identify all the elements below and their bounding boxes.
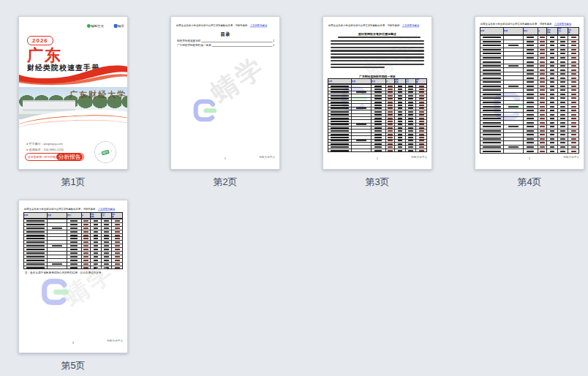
table-row <box>328 113 426 116</box>
table-row <box>480 59 578 64</box>
table-row <box>328 116 426 119</box>
table-row <box>328 126 426 129</box>
table-row <box>328 107 426 110</box>
doc-page-number: 3 <box>51 342 94 345</box>
table-row <box>24 255 122 258</box>
table-row <box>24 247 122 251</box>
table-row <box>480 88 578 92</box>
table-row <box>328 148 426 151</box>
table-row <box>328 123 426 126</box>
stamp-label: 蜻学 <box>101 149 109 155</box>
footer-brand: 蜻蜓升学平台 <box>259 155 275 159</box>
table-row <box>328 139 426 142</box>
table-row <box>480 145 578 149</box>
table-row <box>480 67 578 72</box>
table-row <box>480 72 578 76</box>
table-row <box>328 84 426 87</box>
globe-icon: ● <box>26 142 28 146</box>
table-row <box>328 119 426 122</box>
doc-header-link: 点击获取完整版 <box>98 208 116 211</box>
table-row <box>24 240 122 244</box>
cta-pill: 联系客服第一时间获取 分析报告 <box>25 153 84 161</box>
table-row <box>480 112 578 116</box>
table-row <box>480 132 578 137</box>
doc-page-number: 1 <box>355 158 399 161</box>
contact-phone: ● 咨询电话：156-9865-1234 <box>26 148 64 152</box>
table-row <box>24 226 122 230</box>
table-row <box>480 140 578 145</box>
brand-right-label: 蜻学 <box>118 23 124 28</box>
table-row <box>480 104 578 108</box>
table-row <box>480 96 578 100</box>
table-row <box>328 87 426 90</box>
doc-header-line: 如需全省各类大学全部详细对比报告和完整数据手册，请联系客服，点击获取完整版 <box>176 24 267 28</box>
table-row <box>480 80 578 84</box>
doc-header-link: 点击获取完整版 <box>554 23 572 26</box>
table-row <box>328 94 426 97</box>
toc-entry: 财经类院校速查说明1 <box>177 39 274 42</box>
table-row <box>480 51 578 56</box>
table-row <box>480 48 578 52</box>
table-row <box>24 233 122 237</box>
doc-header-line: 如需全省各类大学全部详细对比报告和完整数据手册，请联系客服，点击获取完整版 <box>24 208 115 211</box>
table-row <box>24 230 122 233</box>
table-row <box>480 75 578 80</box>
caption-page-1: 第1页 <box>18 176 128 187</box>
table-row <box>24 258 122 262</box>
photo-caption: 广东财经大学 <box>69 89 127 100</box>
table-row <box>480 84 578 89</box>
campus-photo: 广东财经大学 <box>19 87 128 119</box>
brand-qingting-shengya: 蜻蜓生涯 <box>87 23 104 28</box>
table-row <box>480 120 578 124</box>
caption-page-2: 第2页 <box>170 176 280 187</box>
table-row <box>328 145 426 148</box>
page-thumbnail-1[interactable]: 蜻蜓生涯 蜻学 2026 广东 财经类院校速查手册 广东财经大学 ● 官方网站：… <box>18 16 128 170</box>
table-row <box>328 129 426 132</box>
page-thumbnail-2[interactable]: 如需全省各类大学全部详细对比报告和完整数据手册，请联系客服，点击获取完整版 目录… <box>170 16 280 170</box>
table-row <box>24 251 122 255</box>
table-row <box>480 116 578 121</box>
red-ribbon-graphic <box>19 64 128 89</box>
table-row <box>328 103 426 106</box>
table-row <box>480 124 578 129</box>
building-graphic <box>23 100 75 111</box>
doc-header-line: 如需全省各类大学全部详细对比报告和完整数据手册，请联系客服，点击获取完整版 <box>480 23 571 26</box>
table-header-row: 院校名称 办学性质 院校层次 批次 2024年投档线 2024年最低位次 202… <box>24 213 122 219</box>
footer-brand: 蜻蜓升学平台 <box>411 155 427 159</box>
table-row <box>480 56 578 60</box>
table-row <box>328 91 426 94</box>
stamp-seal: ✶✶✶✶✶✶ 蜻学 <box>91 138 118 165</box>
caption-page-3: 第3页 <box>323 176 432 187</box>
toc-title: 目录 <box>182 31 268 38</box>
table-row <box>480 35 578 40</box>
cta-button: 分析报告 <box>56 154 83 160</box>
page-thumbnail-3[interactable]: 如需全省各类大学全部详细对比报告和完整数据手册，请联系客服，点击获取完整版 财经… <box>323 16 432 170</box>
caption-page-5: 第5页 <box>18 359 128 371</box>
table-row <box>480 129 578 133</box>
bird-logo-icon <box>87 24 91 28</box>
q-logo-icon <box>114 24 118 28</box>
page-thumbnail-5[interactable]: 如需全省各类大学全部详细对比报告和完整数据手册，请联系客服，点击获取完整版 院校… <box>18 200 128 353</box>
toc-list: 财经类院校速查说明1 广东财经类院校投档线一览表1 <box>177 39 280 48</box>
paragraph-placeholder <box>331 37 424 70</box>
contact-website: ● 官方网站：qingtingsy.com <box>26 142 63 146</box>
brand-left-label: 蜻蜓生涯 <box>91 23 104 28</box>
table-header-row: 院校名称 办学性质 院校层次 批次 2024年投档线 2024年最低位次 202… <box>328 79 426 84</box>
table-row <box>328 142 426 145</box>
table-row <box>328 100 426 103</box>
table-header-row: 院校名称 办学性质 院校层次 批次 2024年投档线 2024年最低位次 202… <box>480 28 578 35</box>
table-row <box>480 148 578 153</box>
table-row <box>24 236 122 240</box>
table-row <box>480 92 578 97</box>
doc-page-number: 1 <box>203 158 246 161</box>
footer-brand: 蜻蜓升学平台 <box>107 339 123 342</box>
doc-header-link: 点击获取完整版 <box>250 24 268 27</box>
page-thumbnail-4[interactable]: 如需全省各类大学全部详细对比报告和完整数据手册，请联系客服，点击获取完整版 蜻学… <box>475 16 584 170</box>
caption-page-4: 第4页 <box>475 176 584 187</box>
cover-brand-row: 蜻蜓生涯 蜻学 <box>73 22 124 30</box>
table-row <box>480 137 578 141</box>
data-table: 院校名称 办学性质 院校层次 批次 2024年投档线 2024年最低位次 202… <box>328 78 427 152</box>
table-row <box>328 132 426 135</box>
phone-icon: ● <box>26 148 28 151</box>
toc-entry: 广东财经类院校投档线一览表1 <box>177 43 274 47</box>
